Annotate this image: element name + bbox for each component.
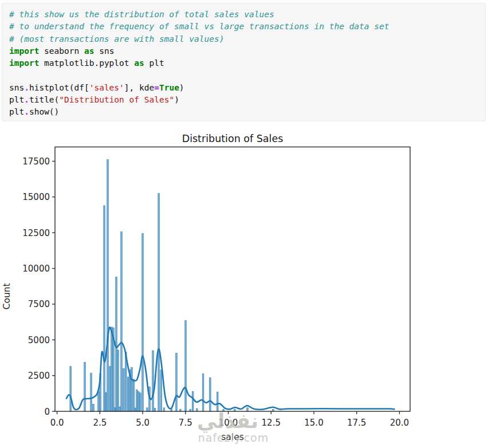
code-token: # to understand the frequency of small v… [9,22,389,31]
histogram-bar [146,408,148,411]
code-token: plt [9,95,24,104]
histogram-bar [131,367,133,411]
sales-distribution-chart: 0.02.55.07.510.012.515.017.520.002500500… [0,121,488,448]
histogram-bar [202,374,204,411]
histogram-bar [196,408,198,411]
x-tick-label: 20.0 [390,418,409,428]
code-token: seaborn [39,46,84,56]
code-line: # this show us the distribution of total… [9,9,481,21]
histogram-bar [158,194,160,411]
histogram-bar [123,368,125,411]
code-token: 'sales' [89,83,124,92]
code-line: import matplotlib.pyplot as plt [9,57,481,69]
chart-title: Distribution of Sales [182,133,284,144]
histogram-bar [133,379,135,411]
histogram-bar [111,327,113,411]
y-tick-label: 15000 [22,192,50,202]
code-cell[interactable]: # this show us the distribution of total… [2,3,486,121]
y-tick-label: 2500 [28,371,50,381]
code-token: histplot(df[ [29,83,89,92]
histogram-bar [70,366,72,411]
code-line: # (most transactions are with small valu… [9,33,481,45]
code-token: title( [29,95,59,104]
histogram-bar [90,373,92,411]
x-tick-label: 17.5 [347,418,366,428]
code-token: ) [179,83,184,92]
code-token: matplotlib.pyplot [39,58,134,68]
y-tick-label: 7500 [28,299,50,309]
code-line: # to understand the frequency of small v… [9,21,481,33]
histogram-bar [142,233,144,411]
y-tick-label: 12500 [22,228,50,238]
x-axis-label: sales [221,432,244,442]
x-tick-label: 10.0 [219,418,238,428]
histogram-bar [192,391,194,411]
histogram-bar [116,277,117,411]
histogram-bar [136,390,138,411]
histogram-bar [209,378,211,411]
x-tick-label: 15.0 [304,418,323,428]
histogram-bar [109,366,111,411]
code-token: ], kde [124,83,154,92]
histogram-bar [104,206,105,411]
code-token: import [9,46,39,56]
histogram-bar [140,393,141,411]
code-token: = [154,83,159,92]
code-token: . [24,95,29,104]
histogram-bar [185,320,187,411]
histogram-bar [247,408,249,411]
code-line: plt.title("Distribution of Sales") [9,94,481,106]
code-line: import seaborn as sns [9,45,481,57]
code-block: # this show us the distribution of total… [9,9,481,119]
y-tick-label: 10000 [22,264,50,274]
y-axis-label: Count [2,283,12,309]
histogram-bar [117,350,119,411]
code-token: sns [94,46,114,56]
code-token: . [24,107,29,116]
code-line: plt.show() [9,106,481,118]
histogram-bar [121,232,123,411]
code-token: import [9,58,39,68]
code-token: ) [174,95,179,104]
histogram-bar [105,392,107,411]
code-token: # (most transactions are with small valu… [9,34,224,44]
code-token: plt [9,107,24,116]
code-token: True [159,83,179,92]
code-token: show() [29,107,59,116]
code-token: # this show us the distribution of total… [9,10,274,19]
code-token: as [134,58,144,68]
histogram-bar [119,407,121,411]
histogram-bar [217,392,218,411]
y-tick-label: 17500 [22,156,50,167]
histogram-bar [107,159,109,411]
histogram-bar [163,408,165,411]
x-tick-label: 5.0 [136,418,149,428]
histogram-bar [127,377,129,411]
code-token: sns [9,83,24,92]
y-tick-label: 5000 [28,335,50,345]
code-line: sns.histplot(df['sales'], kde=True) [9,82,481,94]
histogram-bar [98,391,100,411]
histogram-bar [84,362,86,411]
histogram-bar [160,370,162,411]
code-token: plt [144,58,164,68]
histogram-bar [152,351,154,411]
histogram-bar [93,404,95,411]
code-token: "Distribution of Sales" [59,95,174,104]
code-token: . [24,83,29,92]
code-line [9,69,481,81]
x-tick-label: 2.5 [93,418,107,428]
histogram-bar [176,353,178,411]
code-token: as [84,46,94,56]
y-tick-label: 0 [44,407,50,417]
x-tick-label: 0.0 [50,418,64,428]
histogram-bar [154,408,156,411]
x-tick-label: 7.5 [179,418,192,428]
x-tick-label: 12.5 [262,418,281,428]
histogram-bar [138,391,140,411]
